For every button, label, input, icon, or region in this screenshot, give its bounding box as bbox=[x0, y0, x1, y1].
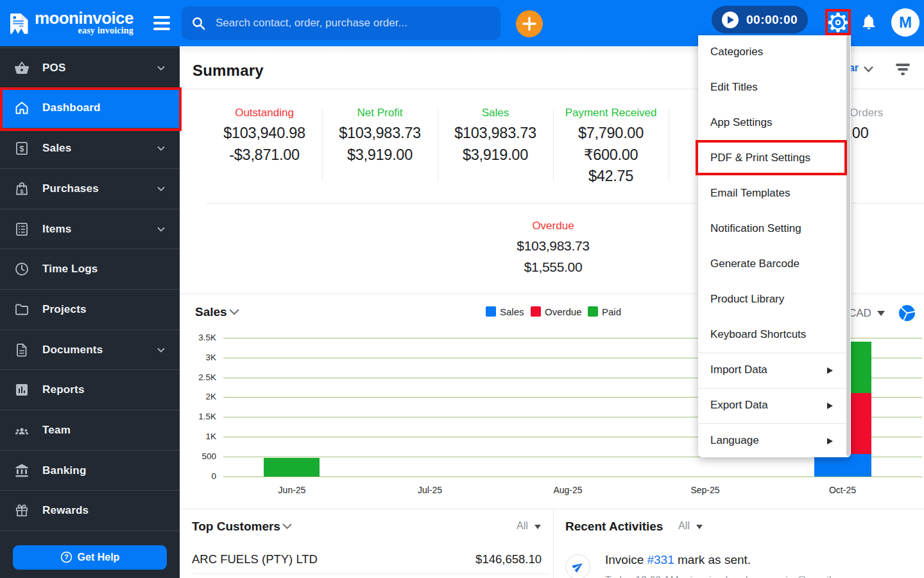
svg-text:$: $ bbox=[20, 188, 24, 195]
svg-text:?: ? bbox=[64, 553, 69, 561]
svg-text:$: $ bbox=[20, 144, 24, 153]
